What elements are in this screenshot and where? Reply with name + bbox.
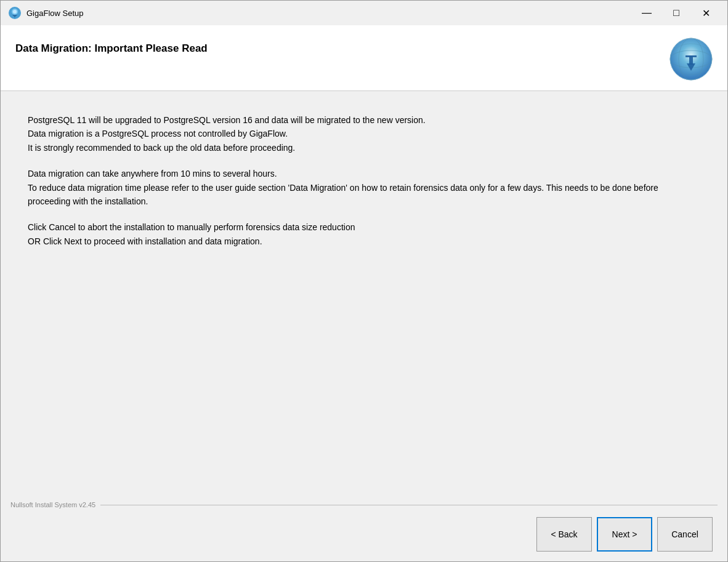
svg-rect-10 — [686, 55, 697, 57]
footer-divider — [100, 505, 718, 505]
content-area: PostgreSQL 11 will be upgraded to Postgr… — [1, 91, 727, 496]
gigaflow-logo — [669, 38, 713, 81]
content-paragraph-1: PostgreSQL 11 will be upgraded to Postgr… — [28, 113, 700, 155]
footer-divider-row: Nullsoft Install System v2.45 — [10, 501, 718, 508]
content-paragraph-2: Data migration can take anywhere from 10… — [28, 167, 700, 208]
page-title: Data Migration: Important Please Read — [15, 38, 208, 55]
close-button[interactable]: ✕ — [692, 4, 720, 22]
window-title: GigaFlow Setup — [26, 9, 633, 18]
content-text: PostgreSQL 11 will be upgraded to Postgr… — [28, 113, 700, 248]
svg-point-2 — [13, 10, 17, 14]
app-icon — [8, 6, 22, 20]
next-button[interactable]: Next > — [597, 517, 652, 552]
window-controls: — □ ✕ — [633, 4, 720, 22]
setup-window: GigaFlow Setup — □ ✕ Data Migration: Imp… — [0, 0, 728, 562]
minimize-button[interactable]: — — [633, 4, 661, 22]
back-button[interactable]: < Back — [536, 517, 592, 552]
version-label: Nullsoft Install System v2.45 — [10, 501, 95, 508]
svg-rect-9 — [689, 56, 693, 65]
title-bar: GigaFlow Setup — □ ✕ — [1, 1, 727, 25]
footer-buttons: < Back Next > Cancel — [10, 517, 718, 552]
header-area: Data Migration: Important Please Read — [1, 25, 727, 91]
footer-area: Nullsoft Install System v2.45 < Back Nex… — [1, 496, 727, 561]
cancel-button[interactable]: Cancel — [657, 517, 713, 552]
maximize-button[interactable]: □ — [662, 4, 690, 22]
content-paragraph-3: Click Cancel to abort the installation t… — [28, 220, 700, 248]
